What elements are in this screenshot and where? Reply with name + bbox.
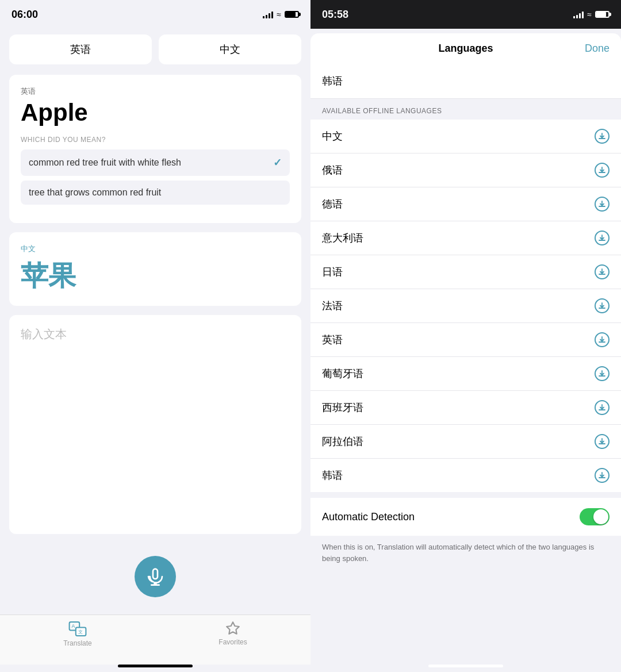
lang-name: 日语 (322, 265, 343, 279)
lang-name: 德语 (322, 197, 343, 211)
meaning-option-2[interactable]: tree that grows common red fruit (21, 181, 290, 205)
download-icon[interactable] (595, 332, 610, 347)
list-item[interactable]: 俄语 (310, 153, 621, 187)
svg-text:A: A (72, 623, 75, 629)
home-indicator-left (118, 665, 193, 667)
download-icon[interactable] (595, 129, 610, 144)
source-language-label: 英语 (21, 86, 290, 97)
language-selector: 英语 中文 (9, 34, 301, 64)
lang-name: 西班牙语 (322, 401, 363, 414)
auto-detect-label: Automatic Detection (322, 511, 415, 523)
list-item[interactable]: 韩语 (310, 459, 621, 492)
list-item[interactable]: 中文 (310, 120, 621, 153)
list-item[interactable]: 英语 (310, 323, 621, 357)
offline-section-header: AVAILABLE OFFLINE LANGUAGES (310, 99, 621, 120)
translation-result: 英语 Apple WHICH DID YOU MEAN? common red … (9, 75, 301, 223)
signal-bar-4 (271, 11, 273, 18)
source-word: Apple (21, 99, 290, 126)
bottom-nav: A 文 Translate Favorites (0, 615, 310, 665)
top-language-name: 韩语 (322, 75, 343, 87)
home-indicator-right (428, 665, 503, 667)
nav-favorites[interactable]: Favorites (155, 621, 310, 647)
time-left: 06:00 (12, 9, 38, 21)
lang-name: 阿拉伯语 (322, 435, 363, 448)
download-icon[interactable] (595, 366, 610, 381)
languages-title: Languages (438, 43, 493, 55)
status-bar-left: 06:00 ≈ (0, 0, 310, 29)
download-icon[interactable] (595, 468, 610, 483)
download-icon[interactable] (595, 298, 610, 313)
battery-fill (286, 12, 296, 17)
right-bottom (310, 660, 621, 672)
download-icon[interactable] (595, 400, 610, 415)
lang-name: 中文 (322, 129, 343, 143)
language-list: 中文 俄语 德语 意大利语 (310, 120, 621, 492)
meaning-text-2: tree that grows common red fruit (29, 187, 161, 198)
translated-word: 苹果 (21, 258, 290, 294)
svg-text:文: 文 (78, 629, 83, 635)
signal-icon-right (573, 10, 584, 18)
list-item[interactable]: 西班牙语 (310, 391, 621, 425)
lang-name: 韩语 (322, 469, 343, 482)
battery-icon (285, 11, 299, 18)
target-language-label: 中文 (21, 244, 290, 254)
input-placeholder: 输入文本 (21, 328, 67, 340)
mic-button[interactable] (135, 556, 176, 597)
list-item[interactable]: 日语 (310, 255, 621, 289)
download-icon[interactable] (595, 163, 610, 178)
status-icons-left: ≈ (263, 10, 299, 19)
auto-detect-toggle[interactable] (580, 508, 610, 525)
list-item[interactable]: 葡萄牙语 (310, 357, 621, 391)
lang-name: 俄语 (322, 163, 343, 177)
signal-bar-2 (266, 15, 267, 18)
list-item[interactable]: 法语 (310, 289, 621, 323)
target-language-button[interactable]: 中文 (159, 34, 301, 64)
translate-icon: A 文 (68, 621, 87, 637)
which-did-you-mean-label: WHICH DID YOU MEAN? (21, 136, 290, 144)
battery-fill-right (596, 12, 606, 17)
auto-detect-section: Automatic Detection (310, 498, 621, 536)
status-bar-right: 05:58 ≈ (310, 0, 621, 29)
mic-icon (146, 567, 164, 586)
battery-icon-right (595, 11, 610, 18)
download-icon[interactable] (595, 231, 610, 245)
nav-translate[interactable]: A 文 Translate (0, 621, 155, 647)
top-language-item[interactable]: 韩语 (310, 64, 621, 99)
input-area[interactable]: 输入文本 (9, 315, 301, 534)
lang-name: 法语 (322, 299, 343, 313)
list-item[interactable]: 德语 (310, 187, 621, 221)
language-list-container[interactable]: 韩语 AVAILABLE OFFLINE LANGUAGES 中文 俄语 德语 (310, 64, 621, 660)
lang-name: 意大利语 (322, 231, 363, 245)
right-panel: 05:58 ≈ Languages Done 韩语 AVAILABLE OFFL… (310, 0, 621, 672)
source-language-button[interactable]: 英语 (9, 34, 152, 64)
lang-name: 英语 (322, 333, 343, 347)
languages-header: Languages Done (310, 33, 621, 64)
mic-area (0, 539, 310, 615)
signal-bar-r2 (576, 15, 578, 18)
auto-detect-description: When this is on, Translation will automa… (310, 536, 621, 575)
checkmark-icon: ✓ (273, 156, 282, 169)
meaning-text-1: common red tree fruit with white flesh (29, 158, 181, 168)
signal-icon (263, 10, 273, 18)
translated-section: 中文 苹果 (9, 232, 301, 306)
time-right: 05:58 (322, 9, 348, 21)
signal-bar-1 (263, 16, 264, 18)
signal-bar-r1 (573, 16, 575, 18)
favorites-nav-label: Favorites (218, 638, 247, 646)
left-panel: 06:00 ≈ 英语 中文 英语 Apple WHICH DID YOU MEA… (0, 0, 310, 672)
wifi-icon: ≈ (277, 10, 281, 19)
star-icon (225, 621, 240, 636)
signal-bar-3 (269, 13, 270, 18)
meaning-option-1[interactable]: common red tree fruit with white flesh ✓ (21, 149, 290, 176)
download-icon[interactable] (595, 197, 610, 212)
status-icons-right: ≈ (573, 10, 610, 19)
list-item[interactable]: 意大利语 (310, 221, 621, 255)
done-button[interactable]: Done (585, 43, 610, 55)
list-item[interactable]: 阿拉伯语 (310, 425, 621, 459)
download-icon[interactable] (595, 434, 610, 449)
translate-nav-label: Translate (63, 639, 92, 647)
signal-bar-r3 (579, 13, 581, 18)
signal-bar-r4 (582, 11, 584, 18)
lang-name: 葡萄牙语 (322, 367, 363, 381)
download-icon[interactable] (595, 264, 610, 279)
